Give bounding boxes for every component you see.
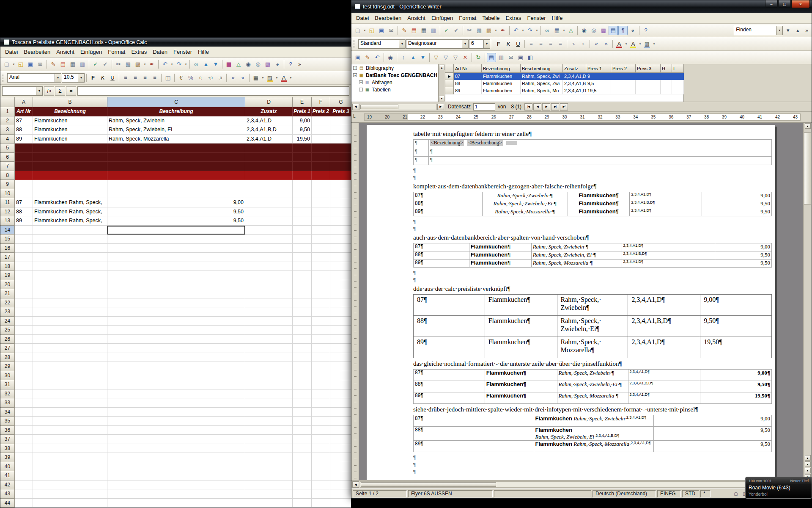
cell-c6[interactable] (107, 153, 245, 162)
chevron-down-icon[interactable]: ▾ (55, 74, 61, 82)
toolbar-overflow-icon[interactable]: » (804, 28, 810, 33)
scroll-right-icon[interactable]: ▶ (437, 104, 444, 110)
cell-d44[interactable] (245, 499, 293, 508)
cell-e16[interactable] (293, 244, 312, 253)
data-to-text-icon[interactable]: ▤ (487, 53, 496, 62)
find-text-combo[interactable]: Finden▾ (734, 26, 783, 35)
cell-a3[interactable]: 88 (15, 125, 33, 135)
autofilter-icon[interactable]: ▽ (431, 53, 441, 62)
row-header-12[interactable]: 12 (0, 207, 15, 217)
cell-g2[interactable] (330, 116, 351, 126)
cell-g29[interactable] (330, 362, 351, 371)
cell-d9[interactable] (245, 180, 293, 189)
row-header-26[interactable]: 26 (0, 335, 15, 344)
chevron-down-icon[interactable]: ▾ (638, 39, 642, 49)
menu-writer-einfügen[interactable]: Einfügen (428, 14, 456, 22)
cell-c4[interactable]: Rahm, Speck, Mozzarella (107, 135, 245, 144)
cell-c15[interactable] (107, 235, 245, 244)
cell-e7[interactable] (293, 162, 312, 171)
cut-icon[interactable]: ✂ (114, 60, 123, 69)
cell-f29[interactable] (312, 362, 330, 371)
cell-f18[interactable] (312, 262, 330, 271)
row-selector[interactable] (445, 87, 454, 94)
grid-column-header-preis-1[interactable]: Preis 1 (586, 64, 611, 73)
cell-e22[interactable] (293, 298, 312, 308)
sum-icon[interactable]: Σ (55, 86, 65, 96)
data-grid-row[interactable]: ▶87FlammkuchenRahm, Speck, Zwi2,3,4,A1,D… (445, 73, 683, 80)
grid-column-header-zusatz[interactable]: Zusatz (563, 64, 586, 73)
insert-table-icon[interactable]: ▦ (552, 26, 562, 35)
tree-expander-icon[interactable]: + (353, 66, 357, 70)
cell-e10[interactable] (293, 189, 312, 199)
data-grid-cell[interactable] (636, 73, 661, 80)
row-header-36[interactable]: 36 (0, 426, 15, 435)
column-header-g[interactable]: G (330, 97, 351, 107)
cell-a12[interactable]: 88 (15, 207, 33, 217)
data-grid-row[interactable]: 88FlammkuchenRahm, Speck, Zwi2,3,4,A1,B,… (445, 80, 683, 87)
data-grid-cell[interactable] (611, 87, 636, 94)
cell-d20[interactable] (245, 280, 293, 290)
data-grid-cell[interactable]: 2,3,4,A1,D (563, 87, 586, 94)
align-justified-icon[interactable]: ≡ (150, 73, 159, 83)
data-grid-cell[interactable] (636, 80, 661, 87)
menu-writer-tabelle[interactable]: Tabelle (479, 14, 502, 22)
toolbar-overflow-icon[interactable]: » (296, 61, 303, 67)
cell-c25[interactable] (107, 326, 245, 335)
paragraph-style-combo[interactable]: Standard▾ (358, 39, 406, 49)
page-preview-icon[interactable]: ▥ (429, 26, 438, 35)
cell-g4[interactable] (330, 135, 351, 144)
align-center-icon[interactable]: ≡ (131, 73, 140, 83)
chevron-down-icon[interactable]: ▾ (483, 40, 490, 48)
cell-f3[interactable] (312, 125, 330, 135)
menu-calc-ansicht[interactable]: Ansicht (53, 48, 77, 56)
chevron-down-icon[interactable]: ▾ (535, 26, 539, 35)
scrollbar-thumb[interactable] (360, 105, 398, 109)
help-icon[interactable]: ? (286, 60, 295, 69)
undo-data-entry-icon[interactable]: ↶ (373, 53, 382, 62)
cell-b16[interactable] (33, 244, 107, 253)
row-header-25[interactable]: 25 (0, 326, 15, 335)
undo-icon[interactable]: ↶ (511, 26, 521, 35)
row-header-23[interactable]: 23 (0, 307, 15, 317)
menu-calc-einfügen[interactable]: Einfügen (77, 48, 105, 56)
cell-c10[interactable] (107, 189, 245, 199)
cell-b41[interactable] (33, 471, 107, 480)
status-selection-mode[interactable]: STD (682, 490, 699, 497)
cell-c17[interactable] (107, 253, 245, 262)
align-right-icon[interactable]: ≡ (546, 39, 555, 49)
cell-e17[interactable] (293, 253, 312, 262)
menu-calc-format[interactable]: Format (105, 48, 128, 56)
cell-a21[interactable] (15, 289, 33, 298)
chevron-down-icon[interactable]: ▾ (462, 40, 468, 48)
column-header-b[interactable]: B (33, 97, 107, 107)
save-icon[interactable]: ▣ (26, 60, 35, 69)
row-header-7[interactable]: 7 (0, 162, 15, 171)
cell-b42[interactable] (33, 480, 107, 490)
scroll-up-icon[interactable]: ▲ (805, 123, 811, 129)
cell-g36[interactable] (330, 426, 351, 435)
bold-icon[interactable]: F (494, 39, 503, 49)
cell-a15[interactable] (15, 235, 33, 244)
cell-a31[interactable] (15, 380, 33, 389)
cell-c44[interactable] (107, 499, 245, 508)
menu-calc-fenster[interactable]: Fenster (170, 48, 195, 56)
cell-a38[interactable] (15, 444, 33, 453)
grid-column-header-bezeichnung[interactable]: Bezeichnung (482, 64, 521, 73)
reset-filter-icon[interactable]: ✕ (461, 53, 470, 62)
page-preview-icon[interactable]: ▥ (78, 60, 87, 69)
new-record-icon[interactable]: ▶* (560, 103, 568, 110)
grid-column-header-beschreibung[interactable]: Beschreibung (521, 64, 563, 73)
paste-icon[interactable]: ▨ (484, 26, 494, 35)
apply-filter-icon[interactable]: ▽ (441, 53, 450, 62)
cell-b5[interactable] (33, 144, 107, 153)
cell-d40[interactable] (245, 462, 293, 472)
cell-g39[interactable] (330, 453, 351, 462)
row-header-32[interactable]: 32 (0, 389, 15, 399)
cell-g7[interactable] (330, 162, 351, 171)
cell-g42[interactable] (330, 480, 351, 490)
cut-icon[interactable]: ✂ (465, 26, 474, 35)
data-grid-cell[interactable]: 2,3,4,A1,B, (563, 80, 586, 87)
row-selector[interactable]: ▶ (445, 73, 454, 80)
cell-a35[interactable] (15, 417, 33, 426)
cell-g8[interactable] (330, 171, 351, 180)
